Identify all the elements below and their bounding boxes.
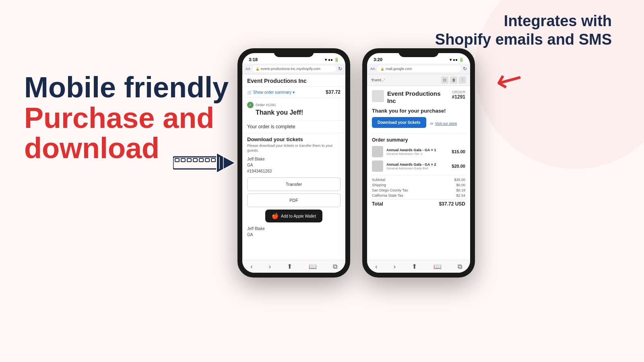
tax1-label: San Diego County Tax <box>372 188 408 192</box>
tax1-value: $0.18 <box>456 188 465 192</box>
phone1-order-complete: Your order is complete <box>242 121 345 133</box>
phone1-url-bar[interactable]: 🔒 event-productions-inc.myshopify.com <box>252 66 336 72</box>
phone2-battery-icon: 🔋 <box>459 58 464 62</box>
subtotal-row: Subtotal $35.00 <box>372 178 465 182</box>
reload-icon[interactable]: ↻ <box>338 66 342 72</box>
pdf-button[interactable]: PDF <box>247 193 341 207</box>
item1-info: Annual Awards Gala - GA × 1 General Admi… <box>386 148 448 156</box>
sender-row: Event Productions Inc ORDER #1291 <box>372 90 465 105</box>
phone1-download-desc: Please download your tickets or transfer… <box>247 144 341 153</box>
phone2-notch <box>398 48 439 57</box>
item2-name: Annual Awards Gala - GA × 2 <box>386 162 448 167</box>
phone1-download-section: Download your tickets Please download yo… <box>242 133 345 241</box>
order-info-right: ORDER #1291 <box>452 90 465 100</box>
tax2-row: California State Tax $2.54 <box>372 193 465 197</box>
item1-name: Annual Awards Gala - GA × 1 <box>386 148 448 152</box>
shipping-value: $0.00 <box>456 183 465 187</box>
show-order-label: Show order summary <box>253 90 291 95</box>
svg-rect-4 <box>193 158 197 162</box>
company-line2: Inc <box>387 97 396 104</box>
phone1-browser: AA 🔒 event-productions-inc.myshopify.com… <box>242 64 345 74</box>
tax2-label: California State Tax <box>372 193 403 197</box>
svg-rect-5 <box>199 158 203 162</box>
phone2-wifi-icon: ▾ <box>450 58 452 62</box>
phone1-bottom-bar: ‹ › ⬆ 📖 ⧉ <box>242 260 345 273</box>
phone1-thank-name: Thank you Jeff! <box>247 109 341 116</box>
phone1-order-summary[interactable]: 🛒 Show order summary ▾ $37.72 <box>242 87 345 98</box>
ticket-type: GA <box>247 163 253 167</box>
phone1-order-summary-link[interactable]: 🛒 Show order summary ▾ <box>247 90 295 95</box>
order-number: #1291 <box>452 94 465 100</box>
headline-line2: Purchase and <box>24 103 250 134</box>
phone2-back-icon[interactable]: ‹ <box>375 263 377 270</box>
item1-price: $15.00 <box>452 149 465 154</box>
wallet-icon: 🍎 <box>272 213 279 219</box>
item1-tier: General Admission Tier 2 <box>386 152 448 156</box>
back-icon[interactable]: ‹ <box>250 263 252 270</box>
share-icon[interactable]: ⬆ <box>287 263 292 270</box>
trash-icon[interactable]: 🗑 <box>450 76 457 84</box>
total-value: $37.72 USD <box>439 201 465 207</box>
phone1-store-header: Event Productions Inc <box>242 74 345 87</box>
order-item-1: Annual Awards Gala - GA × 1 General Admi… <box>372 146 465 157</box>
download-tickets-button[interactable]: Download your tickets <box>372 117 426 128</box>
or-text: or <box>430 121 433 125</box>
phone1-screen: 3:18 ▾ ●● 🔋 AA 🔒 event-productions-inc.m… <box>242 53 345 273</box>
ticket-holder2: Jeff Blake <box>247 226 265 231</box>
chevron-icon: ▾ <box>293 90 295 95</box>
visit-store-link[interactable]: Visit our store <box>435 121 457 125</box>
total-label: Total <box>372 201 383 207</box>
phone2-share-icon[interactable]: ⬆ <box>412 263 417 270</box>
apple-wallet-button[interactable]: 🍎 Add to Apple Wallet <box>265 210 322 222</box>
company-info: Event Productions Inc <box>387 90 449 105</box>
svg-rect-3 <box>187 158 191 162</box>
phone1-status-icons: ▾ ●● 🔋 <box>325 58 339 62</box>
transfer-button[interactable]: Transfer <box>247 177 341 191</box>
order-num-label: Order #1291 <box>256 103 276 107</box>
tabs-icon[interactable]: ⧉ <box>333 263 337 270</box>
phones-area: 3:18 ▾ ●● 🔋 AA 🔒 event-productions-inc.m… <box>237 48 475 278</box>
company-line1: Event Productions <box>387 90 441 97</box>
phone1-order-number: ✓ Order #1291 <box>247 102 341 108</box>
forward-icon[interactable]: › <box>269 263 271 270</box>
copy-icon[interactable]: ⊡ <box>441 76 448 84</box>
phone2-bookmarks-icon[interactable]: 📖 <box>433 263 442 270</box>
phone2-tabs-icon[interactable]: ⧉ <box>458 263 462 270</box>
email-action-icons: ⊡ 🗑 ⋮ <box>441 76 466 84</box>
divider <box>372 175 465 175</box>
svg-rect-6 <box>205 158 209 162</box>
svg-rect-7 <box>211 158 215 162</box>
tax1-row: San Diego County Tax $0.18 <box>372 188 465 192</box>
email-subject: 'Event...' <box>371 78 439 82</box>
phone1: 3:18 ▾ ●● 🔋 AA 🔒 event-productions-inc.m… <box>237 48 350 278</box>
phone2-bottom-bar: ‹ › ⬆ 📖 ⧉ <box>367 260 470 273</box>
bookmarks-icon[interactable]: 📖 <box>309 263 317 270</box>
order-label: ORDER <box>452 90 465 94</box>
phone1-notch <box>274 48 314 57</box>
item2-price: $20.00 <box>452 164 465 169</box>
phone2-screen: 3:20 ▾ ●● 🔋 AA 🔒 mail.google.com ↻ 'Even… <box>367 53 470 273</box>
company-name: Event Productions Inc <box>387 90 449 105</box>
phone2-signal-icon: ●● <box>453 58 458 62</box>
ticket-holder: Jeff Blake <box>247 157 265 161</box>
svg-rect-1 <box>175 158 179 162</box>
phone2-url-bar[interactable]: 🔒 mail.google.com <box>377 66 461 72</box>
more-icon[interactable]: ⋮ <box>459 76 466 84</box>
check-icon: ✓ <box>247 102 254 108</box>
phone2-lock-icon: 🔒 <box>380 67 384 71</box>
order-item-2: Annual Awards Gala - GA × 2 General Admi… <box>372 160 465 172</box>
phone2-email-header: 'Event...' ⊡ 🗑 ⋮ <box>367 74 470 86</box>
phone2-browser: AA 🔒 mail.google.com ↻ <box>367 64 470 74</box>
phone1-signal-icon: ●● <box>328 58 333 62</box>
lock-icon: 🔒 <box>256 67 260 71</box>
phone1-wifi-icon: ▾ <box>325 58 327 62</box>
phone2-forward-icon[interactable]: › <box>394 263 396 270</box>
item1-image <box>372 146 383 157</box>
ticket-id: #1943461263 <box>247 169 272 173</box>
order-summary-title: Order summary <box>372 134 465 143</box>
phone2-reload-icon[interactable]: ↻ <box>463 66 467 72</box>
phone1-thank-you: ✓ Order #1291 Thank you Jeff! <box>242 98 345 121</box>
tax2-value: $2.54 <box>456 193 465 197</box>
headline-line1: Mobile friendly <box>24 72 250 103</box>
phone2-url: mail.google.com <box>386 67 412 71</box>
